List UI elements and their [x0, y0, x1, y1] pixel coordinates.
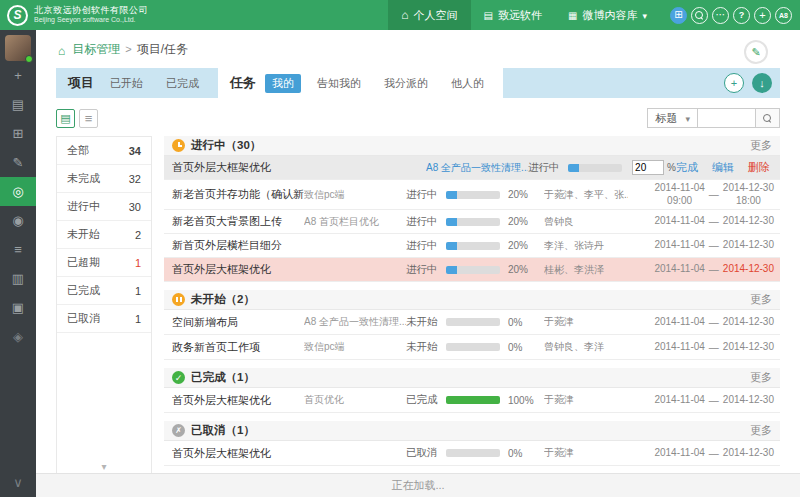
percent-label: 100%	[508, 395, 544, 406]
help-button[interactable]	[733, 7, 750, 24]
percent-unit: %	[667, 162, 676, 173]
plus-icon: +	[14, 69, 22, 82]
filter-item-completed[interactable]: 已完成 1	[57, 277, 151, 305]
section-title: 进行中（30）	[191, 138, 261, 153]
download-button[interactable]	[752, 73, 772, 93]
floating-assistant-button[interactable]	[744, 40, 768, 64]
sidebar-collapse[interactable]: ∨	[0, 468, 36, 497]
task-row[interactable]: 首页外层大框架优化 首页优化 已完成 100% 于菀津 2014-11-04 —…	[164, 388, 780, 413]
sidebar-item-briefcase[interactable]: ▥	[0, 264, 36, 293]
sidebar-item-apps[interactable]: ⊞	[0, 119, 36, 148]
more-link[interactable]: 更多	[750, 292, 772, 307]
a8-badge-button[interactable]: A8	[775, 7, 792, 24]
task-row[interactable]: 政务新首页工作项 致信pc端 未开始 0% 曾钟良、李洋 2014-11-04 …	[164, 335, 780, 360]
left-sidebar: + ▤ ⊞ ✎ ◎ ◉ ≡ ▥ ▣ ◈ ∨	[0, 30, 36, 497]
filter-count: 34	[129, 145, 141, 157]
edit-link[interactable]: 编辑	[712, 160, 734, 175]
filter-item-overdue[interactable]: 已超期 1	[57, 249, 151, 277]
logo-letter: S	[13, 8, 21, 22]
sidebar-item-edit[interactable]: ✎	[0, 148, 36, 177]
sidebar-item-settings[interactable]: ◈	[0, 322, 36, 351]
section-header-completed: 已完成（1） 更多	[164, 368, 780, 388]
start-date: 2014-11-04	[654, 341, 704, 354]
start-date: 2014-11-04	[654, 316, 704, 329]
end-date: 2014-12-30	[723, 341, 774, 354]
progress-fill	[446, 266, 457, 274]
more-link[interactable]: 更多	[750, 370, 772, 385]
nav-label: 个人空间	[414, 8, 458, 23]
progress-input[interactable]	[632, 160, 664, 175]
view-tree-button[interactable]	[56, 109, 75, 128]
section-title: 已取消（1）	[191, 423, 255, 438]
user-avatar[interactable]	[5, 35, 31, 61]
end-date: 2014-12-30	[723, 447, 774, 460]
sidebar-item-archive[interactable]: ▣	[0, 293, 36, 322]
more-link[interactable]: 更多	[750, 423, 772, 438]
more-link[interactable]: 更多	[750, 138, 772, 153]
search-input[interactable]	[698, 108, 756, 128]
progress-fill	[446, 242, 457, 250]
tab-project[interactable]: 项目 已开始 已完成	[56, 68, 218, 98]
sub-tab-mine[interactable]: 我的	[265, 74, 301, 93]
filter-item-all[interactable]: 全部 34	[57, 137, 151, 165]
progress-track	[446, 449, 500, 457]
sidebar-item-add[interactable]: +	[0, 61, 36, 90]
apps-grid-button[interactable]	[670, 7, 687, 24]
start-date: 2014-11-04	[654, 263, 704, 276]
sub-tab-started[interactable]: 已开始	[103, 74, 150, 93]
tree-view-icon	[60, 113, 70, 124]
sidebar-item-tasks[interactable]: ≡	[0, 235, 36, 264]
sidebar-item-contacts[interactable]: ▤	[0, 90, 36, 119]
nav-item-seeyon-software[interactable]: 致远软件	[471, 0, 555, 30]
task-row[interactable]: 新首页外层横栏目细分 进行中 20% 李洋、张诗丹 2014-11-04 — 2…	[164, 234, 780, 258]
project-link[interactable]: A8 全产品一致性清理...	[426, 161, 528, 175]
task-title: 首页外层大框架优化	[172, 393, 304, 408]
breadcrumb-root[interactable]: 目标管理	[72, 41, 120, 58]
delete-link[interactable]: 删除	[748, 160, 770, 175]
field-selector-label: 标题	[655, 111, 677, 126]
search-button[interactable]	[756, 108, 780, 128]
contacts-icon: ▤	[12, 98, 24, 111]
field-selector-dropdown[interactable]: 标题	[647, 108, 698, 128]
task-row-overdue[interactable]: 首页外层大框架优化 进行中 20% 桂彬、李洪泽 2014-11-04 — 20…	[164, 258, 780, 282]
sidebar-item-team[interactable]: ◉	[0, 206, 36, 235]
date-separator: —	[709, 317, 719, 328]
filter-label: 未开始	[67, 227, 100, 242]
filter-item-notstarted[interactable]: 未开始 2	[57, 221, 151, 249]
task-row[interactable]: 首页外层大框架优化 已取消 0% 于菀津 2014-11-04 — 2014-1…	[164, 441, 780, 466]
sub-tab-others[interactable]: 他人的	[444, 74, 491, 93]
date-separator: —	[709, 240, 719, 251]
progress-track	[446, 266, 500, 274]
sub-tab-told-me[interactable]: 告知我的	[310, 74, 368, 93]
chat-button[interactable]	[712, 7, 729, 24]
task-row-editing[interactable]: 首页外层大框架优化 A8 全产品一致性清理... 进行中 % 完成 编辑 删除	[164, 156, 780, 180]
complete-link[interactable]: 完成	[676, 160, 698, 175]
sub-tab-finished[interactable]: 已完成	[159, 74, 206, 93]
task-title: 首页外层大框架优化	[172, 262, 304, 277]
nav-item-personal-space[interactable]: 个人空间	[388, 0, 470, 30]
view-list-button[interactable]	[79, 109, 98, 128]
date-range: 2014-11-04 — 2014-12-30	[628, 263, 778, 276]
task-row[interactable]: 新老首页并存功能（确认新老框架切换的方式） 致信pc端 进行中 20% 于菀津、…	[164, 180, 780, 210]
filter-count: 1	[135, 285, 141, 297]
project-label: 首页优化	[304, 393, 406, 407]
filter-item-unfinished[interactable]: 未完成 32	[57, 165, 151, 193]
sub-tab-assigned-by-me[interactable]: 我分派的	[377, 74, 435, 93]
filter-item-cancelled[interactable]: 已取消 1	[57, 305, 151, 333]
assignee-label: 于菀津	[544, 315, 628, 329]
settings-icon: ◈	[13, 330, 23, 343]
search-button-top[interactable]	[691, 7, 708, 24]
status-label: 进行中	[406, 215, 446, 229]
add-button-top[interactable]	[754, 7, 771, 24]
list-toolbar: 标题	[56, 106, 780, 130]
task-row[interactable]: 新老首页大背景图上传 A8 首页栏目优化 进行中 20% 曾钟良 2014-11…	[164, 210, 780, 234]
filter-item-inprogress[interactable]: 进行中 30	[57, 193, 151, 221]
nav-item-weibo-library[interactable]: 微博内容库	[555, 0, 660, 30]
seeyon-logo: S	[7, 5, 28, 26]
plus-icon	[759, 10, 765, 21]
company-name-cn: 北京致远协创软件有限公司	[34, 5, 148, 16]
tab-task[interactable]: 任务 我的 告知我的 我分派的 他人的	[218, 68, 503, 98]
task-row[interactable]: 空间新增布局 A8 全产品一致性清理... 未开始 0% 于菀津 2014-11…	[164, 310, 780, 335]
add-task-button[interactable]	[724, 73, 744, 93]
sidebar-item-goal-management[interactable]: ◎	[0, 177, 36, 206]
